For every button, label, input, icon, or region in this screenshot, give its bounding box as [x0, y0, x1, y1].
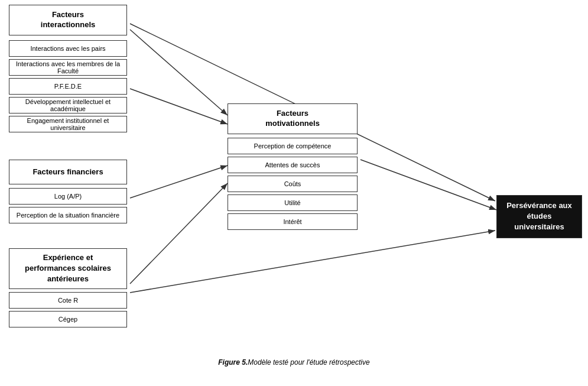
- financiers-item-2: Perception de la situation financière: [9, 207, 127, 223]
- motivationnels-item-4: Utilité: [228, 194, 358, 211]
- motivationnels-item-2: Attentes de succès: [228, 157, 358, 173]
- interactionnels-item-3: P.F.E.D.E: [9, 78, 127, 95]
- diagram: Facteurs interactionnels Interactions av…: [0, 0, 588, 372]
- svg-line-2: [130, 89, 228, 124]
- interactionnels-header: Facteurs interactionnels: [9, 5, 127, 35]
- motivationnels-item-3: Coûts: [228, 176, 358, 192]
- experience-header: Expérience et performances scolaires ant…: [9, 248, 127, 289]
- perseverance-box: Persévérance aux études universitaires: [496, 195, 582, 238]
- interactionnels-item-2: Interactions avec les membres de la Facu…: [9, 59, 127, 76]
- svg-line-4: [130, 183, 228, 284]
- figure-caption: Figure 5.Modèle testé pour l'étude rétro…: [218, 358, 369, 366]
- motivationnels-header: Facteurs motivationnels: [228, 103, 358, 134]
- svg-line-7: [130, 231, 495, 293]
- experience-item-1: Cote R: [9, 292, 127, 309]
- svg-line-5: [360, 160, 496, 210]
- interactionnels-item-4: Développement intellectuel et académique: [9, 97, 127, 113]
- financiers-item-1: Log (A/P): [9, 188, 127, 205]
- financiers-header: Facteurs financiers: [9, 160, 127, 184]
- interactionnels-item-1: Interactions avec les pairs: [9, 40, 127, 57]
- svg-line-1: [130, 30, 228, 115]
- interactionnels-item-5: Engagement institutionnel et universitai…: [9, 116, 127, 132]
- motivationnels-item-5: Intérêt: [228, 213, 358, 230]
- motivationnels-item-1: Perception de compétence: [228, 138, 358, 154]
- experience-item-2: Cégep: [9, 311, 127, 327]
- svg-line-3: [130, 166, 228, 198]
